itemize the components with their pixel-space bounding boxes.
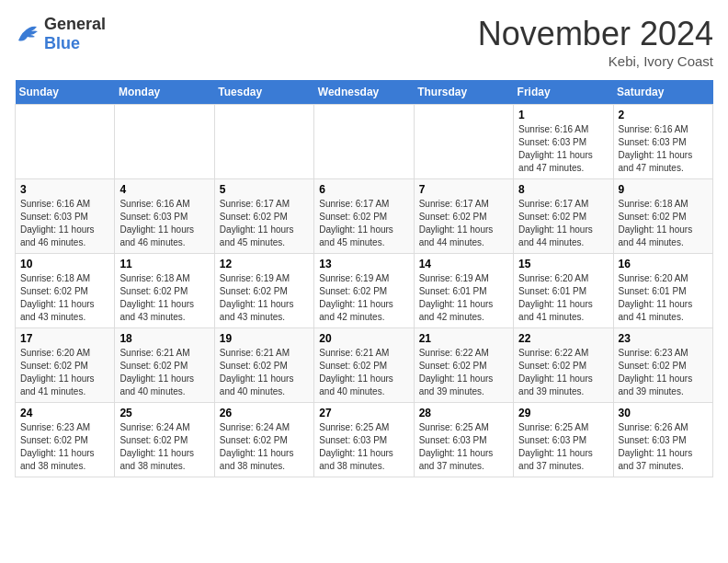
calendar-cell: 30Sunrise: 6:26 AM Sunset: 6:03 PM Dayli…	[613, 403, 712, 477]
day-info: Sunrise: 6:25 AM Sunset: 6:03 PM Dayligh…	[518, 421, 608, 473]
day-info: Sunrise: 6:24 AM Sunset: 6:02 PM Dayligh…	[119, 421, 209, 473]
calendar-body: 1Sunrise: 6:16 AM Sunset: 6:03 PM Daylig…	[16, 105, 713, 477]
weekday-header-cell: Friday	[514, 80, 613, 105]
day-info: Sunrise: 6:17 AM Sunset: 6:02 PM Dayligh…	[419, 198, 508, 249]
calendar-cell: 29Sunrise: 6:25 AM Sunset: 6:03 PM Dayli…	[514, 403, 613, 477]
weekday-header-cell: Saturday	[613, 80, 712, 105]
day-number: 11	[119, 258, 209, 270]
weekday-header-cell: Thursday	[414, 80, 513, 105]
calendar-cell: 13Sunrise: 6:19 AM Sunset: 6:02 PM Dayli…	[314, 254, 414, 328]
weekday-header-cell: Sunday	[16, 80, 115, 105]
calendar-cell: 19Sunrise: 6:21 AM Sunset: 6:02 PM Dayli…	[214, 328, 313, 403]
day-info: Sunrise: 6:23 AM Sunset: 6:02 PM Dayligh…	[619, 347, 708, 398]
weekday-header-cell: Monday	[115, 80, 214, 105]
calendar-cell: 18Sunrise: 6:21 AM Sunset: 6:02 PM Dayli…	[115, 328, 214, 403]
day-info: Sunrise: 6:18 AM Sunset: 6:02 PM Dayligh…	[20, 272, 109, 324]
calendar-week-row: 10Sunrise: 6:18 AM Sunset: 6:02 PM Dayli…	[16, 254, 713, 328]
day-number: 5	[220, 183, 309, 196]
calendar-cell	[214, 105, 313, 179]
calendar-cell: 20Sunrise: 6:21 AM Sunset: 6:02 PM Dayli…	[314, 328, 414, 403]
day-info: Sunrise: 6:20 AM Sunset: 6:01 PM Dayligh…	[619, 272, 708, 324]
day-info: Sunrise: 6:25 AM Sunset: 6:03 PM Dayligh…	[319, 421, 408, 473]
title-block: November 2024 Kebi, Ivory Coast	[478, 15, 713, 69]
calendar-cell: 9Sunrise: 6:18 AM Sunset: 6:02 PM Daylig…	[613, 179, 712, 254]
logo-blue-text: Blue	[44, 34, 80, 52]
day-info: Sunrise: 6:16 AM Sunset: 6:03 PM Dayligh…	[20, 198, 109, 249]
calendar-cell: 28Sunrise: 6:25 AM Sunset: 6:03 PM Dayli…	[414, 403, 513, 477]
day-info: Sunrise: 6:19 AM Sunset: 6:01 PM Dayligh…	[419, 272, 508, 324]
calendar-cell: 16Sunrise: 6:20 AM Sunset: 6:01 PM Dayli…	[613, 254, 712, 328]
day-info: Sunrise: 6:21 AM Sunset: 6:02 PM Dayligh…	[119, 347, 209, 398]
day-info: Sunrise: 6:19 AM Sunset: 6:02 PM Dayligh…	[319, 272, 408, 324]
day-info: Sunrise: 6:17 AM Sunset: 6:02 PM Dayligh…	[319, 198, 408, 249]
calendar-cell: 22Sunrise: 6:22 AM Sunset: 6:02 PM Dayli…	[514, 328, 613, 403]
calendar-cell: 21Sunrise: 6:22 AM Sunset: 6:02 PM Dayli…	[414, 328, 513, 403]
day-number: 20	[319, 332, 408, 345]
calendar-cell: 11Sunrise: 6:18 AM Sunset: 6:02 PM Dayli…	[115, 254, 214, 328]
day-info: Sunrise: 6:22 AM Sunset: 6:02 PM Dayligh…	[419, 347, 508, 398]
day-number: 15	[518, 258, 608, 270]
day-info: Sunrise: 6:22 AM Sunset: 6:02 PM Dayligh…	[518, 347, 608, 398]
day-number: 25	[119, 407, 209, 419]
day-info: Sunrise: 6:21 AM Sunset: 6:02 PM Dayligh…	[319, 347, 408, 398]
weekday-header-cell: Tuesday	[214, 80, 313, 105]
calendar-cell: 23Sunrise: 6:23 AM Sunset: 6:02 PM Dayli…	[613, 328, 712, 403]
calendar-cell: 8Sunrise: 6:17 AM Sunset: 6:02 PM Daylig…	[514, 179, 613, 254]
calendar-week-row: 1Sunrise: 6:16 AM Sunset: 6:03 PM Daylig…	[16, 105, 713, 179]
day-number: 19	[220, 332, 309, 345]
day-number: 3	[20, 183, 109, 196]
day-info: Sunrise: 6:16 AM Sunset: 6:03 PM Dayligh…	[119, 198, 209, 249]
calendar-table: SundayMondayTuesdayWednesdayThursdayFrid…	[15, 80, 713, 477]
day-number: 9	[619, 183, 708, 196]
day-number: 18	[119, 332, 209, 345]
day-info: Sunrise: 6:18 AM Sunset: 6:02 PM Dayligh…	[619, 198, 708, 249]
weekday-header-cell: Wednesday	[314, 80, 414, 105]
day-info: Sunrise: 6:18 AM Sunset: 6:02 PM Dayligh…	[119, 272, 209, 324]
day-info: Sunrise: 6:16 AM Sunset: 6:03 PM Dayligh…	[619, 123, 708, 175]
day-info: Sunrise: 6:19 AM Sunset: 6:02 PM Dayligh…	[220, 272, 309, 324]
day-number: 6	[319, 183, 408, 196]
day-number: 10	[20, 258, 109, 270]
calendar-cell: 10Sunrise: 6:18 AM Sunset: 6:02 PM Dayli…	[16, 254, 115, 328]
day-info: Sunrise: 6:17 AM Sunset: 6:02 PM Dayligh…	[220, 198, 309, 249]
calendar-cell: 3Sunrise: 6:16 AM Sunset: 6:03 PM Daylig…	[16, 179, 115, 254]
weekday-header-row: SundayMondayTuesdayWednesdayThursdayFrid…	[16, 80, 713, 105]
day-number: 28	[419, 407, 508, 419]
calendar-week-row: 17Sunrise: 6:20 AM Sunset: 6:02 PM Dayli…	[16, 328, 713, 403]
calendar-cell: 14Sunrise: 6:19 AM Sunset: 6:01 PM Dayli…	[414, 254, 513, 328]
day-number: 21	[419, 332, 508, 345]
day-number: 12	[220, 258, 309, 270]
logo-general-text: General	[44, 15, 106, 33]
day-number: 8	[518, 183, 608, 196]
calendar-cell: 12Sunrise: 6:19 AM Sunset: 6:02 PM Dayli…	[214, 254, 313, 328]
calendar-cell: 25Sunrise: 6:24 AM Sunset: 6:02 PM Dayli…	[115, 403, 214, 477]
day-number: 24	[20, 407, 109, 419]
logo-icon	[15, 24, 40, 44]
day-number: 16	[619, 258, 708, 270]
calendar-cell: 17Sunrise: 6:20 AM Sunset: 6:02 PM Dayli…	[16, 328, 115, 403]
calendar-cell: 2Sunrise: 6:16 AM Sunset: 6:03 PM Daylig…	[613, 105, 712, 179]
day-number: 13	[319, 258, 408, 270]
day-number: 23	[619, 332, 708, 345]
calendar-cell: 15Sunrise: 6:20 AM Sunset: 6:01 PM Dayli…	[514, 254, 613, 328]
logo: General Blue	[15, 15, 106, 53]
calendar-cell: 5Sunrise: 6:17 AM Sunset: 6:02 PM Daylig…	[214, 179, 313, 254]
day-info: Sunrise: 6:20 AM Sunset: 6:01 PM Dayligh…	[518, 272, 608, 324]
calendar-cell: 7Sunrise: 6:17 AM Sunset: 6:02 PM Daylig…	[414, 179, 513, 254]
day-number: 26	[220, 407, 309, 419]
day-number: 14	[419, 258, 508, 270]
day-info: Sunrise: 6:20 AM Sunset: 6:02 PM Dayligh…	[20, 347, 109, 398]
calendar-cell: 27Sunrise: 6:25 AM Sunset: 6:03 PM Dayli…	[314, 403, 414, 477]
day-number: 29	[518, 407, 608, 419]
day-info: Sunrise: 6:25 AM Sunset: 6:03 PM Dayligh…	[419, 421, 508, 473]
day-info: Sunrise: 6:23 AM Sunset: 6:02 PM Dayligh…	[20, 421, 109, 473]
calendar-cell: 26Sunrise: 6:24 AM Sunset: 6:02 PM Dayli…	[214, 403, 313, 477]
calendar-week-row: 3Sunrise: 6:16 AM Sunset: 6:03 PM Daylig…	[16, 179, 713, 254]
day-number: 1	[518, 109, 608, 121]
day-number: 2	[619, 109, 708, 121]
calendar-cell	[115, 105, 214, 179]
day-number: 27	[319, 407, 408, 419]
calendar-week-row: 24Sunrise: 6:23 AM Sunset: 6:02 PM Dayli…	[16, 403, 713, 477]
calendar-cell: 24Sunrise: 6:23 AM Sunset: 6:02 PM Dayli…	[16, 403, 115, 477]
day-info: Sunrise: 6:24 AM Sunset: 6:02 PM Dayligh…	[220, 421, 309, 473]
